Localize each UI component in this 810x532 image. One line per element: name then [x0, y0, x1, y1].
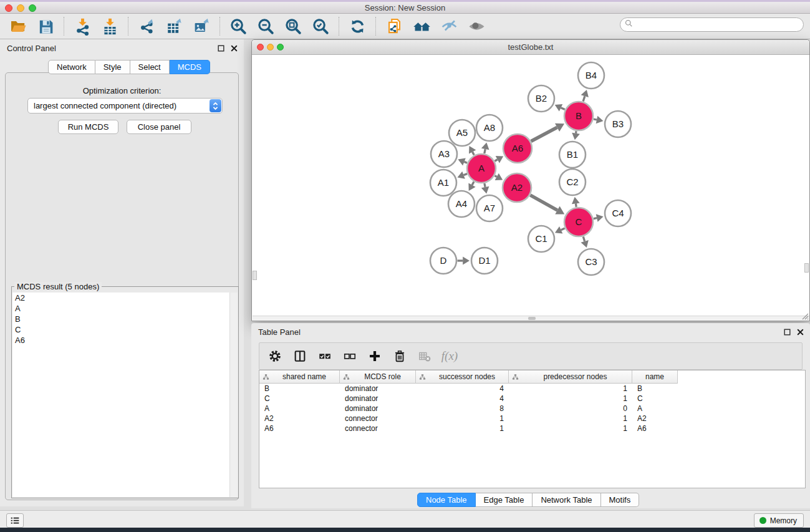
search-field[interactable]	[620, 17, 804, 32]
horizontal-scrollbar[interactable]	[253, 316, 809, 320]
add-column-icon[interactable]	[367, 348, 383, 364]
open-file-icon[interactable]	[7, 16, 29, 36]
graph-edge[interactable]	[583, 96, 585, 101]
export-image-icon[interactable]	[191, 16, 212, 36]
graph-edge[interactable]	[561, 108, 565, 110]
task-history-button[interactable]	[6, 513, 24, 528]
graph-edge[interactable]	[465, 162, 468, 163]
import-table-icon[interactable]	[99, 16, 120, 36]
network-canvas[interactable]: B4B2BB3A8A5A6A3B1AA1C2A2A4A7C4CC1C3DD1	[253, 56, 809, 317]
graph-node[interactable]: D1	[471, 248, 498, 274]
deselect-all-icon[interactable]	[342, 348, 358, 364]
export-network-icon[interactable]	[136, 16, 157, 36]
graph-edge[interactable]	[464, 174, 468, 175]
graph-node[interactable]: C3	[578, 249, 604, 275]
hide-panels-icon[interactable]	[438, 16, 460, 36]
graph-edge[interactable]	[561, 228, 565, 230]
float-panel-icon[interactable]	[217, 44, 225, 52]
mcds-result-item[interactable]: A	[12, 303, 238, 314]
gear-icon[interactable]	[267, 348, 283, 364]
graph-node[interactable]: A1	[430, 170, 456, 196]
graph-edge[interactable]	[473, 152, 475, 155]
left-splitter-handle[interactable]	[253, 271, 257, 280]
tab-edge-table[interactable]: Edge Table	[476, 493, 533, 507]
graph-node[interactable]: A3	[431, 141, 457, 167]
mcds-result-list[interactable]: A2ABCA6	[12, 293, 238, 497]
zoom-in-icon[interactable]	[228, 16, 249, 36]
table-row[interactable]: A2connector11A2	[259, 414, 805, 423]
graph-edge[interactable]	[594, 119, 597, 120]
graph-node[interactable]: A	[467, 154, 496, 183]
graph-node[interactable]: C4	[605, 200, 631, 226]
graph-node[interactable]: B3	[605, 111, 631, 137]
column-header-successor-nodes[interactable]: successor nodes	[416, 370, 509, 384]
close-panel-icon[interactable]	[230, 44, 238, 52]
graph-node[interactable]: C	[564, 208, 593, 236]
close-panel-button[interactable]: Close panel	[127, 120, 191, 134]
close-table-panel-icon[interactable]	[796, 328, 804, 336]
horizontal-scrollbar-thumb[interactable]	[528, 317, 536, 320]
graph-node[interactable]: A8	[476, 115, 503, 141]
table-row[interactable]: Cdominator41C	[259, 394, 805, 404]
network-window-titlebar[interactable]: testGlobe.txt	[252, 40, 809, 55]
tab-network[interactable]: Network	[48, 60, 95, 74]
graph-edge[interactable]	[495, 176, 497, 177]
tab-select[interactable]: Select	[130, 60, 170, 74]
table-row[interactable]: Bdominator41B	[259, 384, 805, 394]
select-all-icon[interactable]	[317, 348, 333, 364]
mcds-result-item[interactable]: B	[12, 314, 238, 324]
mcds-result-item[interactable]: A2	[12, 293, 238, 303]
mcds-result-item[interactable]: C	[12, 324, 238, 335]
graph-edge[interactable]	[531, 127, 557, 141]
tab-mcds[interactable]: MCDS	[170, 60, 210, 74]
network-clipboard-icon[interactable]	[383, 16, 405, 36]
columns-icon[interactable]	[292, 348, 308, 364]
graph-edge[interactable]	[485, 183, 485, 187]
graph-node[interactable]: B4	[578, 62, 604, 89]
graph-edge[interactable]	[530, 195, 557, 210]
column-header-shared-name[interactable]: shared name	[259, 370, 340, 384]
graph-node[interactable]: D	[430, 248, 456, 274]
tab-node-table[interactable]: Node Table	[417, 493, 476, 507]
float-table-panel-icon[interactable]	[783, 328, 791, 336]
column-header-name[interactable]: name	[632, 370, 678, 384]
column-header-predecessor-nodes[interactable]: predecessor nodes	[509, 370, 632, 384]
graph-edge[interactable]	[495, 160, 498, 161]
graph-node[interactable]: A7	[476, 195, 503, 221]
graph-edge[interactable]	[594, 218, 597, 219]
refresh-layout-icon[interactable]	[347, 16, 368, 36]
graph-node[interactable]: A5	[449, 120, 475, 146]
mcds-result-item[interactable]: A6	[12, 335, 238, 346]
result-scrollbar[interactable]	[229, 293, 238, 497]
import-network-icon[interactable]	[72, 16, 93, 36]
criterion-select[interactable]: largest connected component (directed)	[27, 98, 223, 114]
graph-node[interactable]: B1	[559, 142, 586, 168]
table-row[interactable]: Adominator80A	[259, 404, 805, 414]
show-panels-icon[interactable]	[466, 16, 487, 36]
graph-edge[interactable]	[583, 236, 584, 241]
resize-grip-icon[interactable]	[801, 311, 809, 319]
zoom-selected-icon[interactable]	[310, 16, 331, 36]
tab-motifs[interactable]: Motifs	[601, 493, 640, 507]
zoom-out-icon[interactable]	[255, 16, 276, 36]
search-input[interactable]	[634, 18, 803, 31]
export-table-icon[interactable]	[163, 16, 185, 36]
graph-edge[interactable]	[576, 131, 577, 133]
graph-node[interactable]: B	[564, 102, 593, 130]
graph-edge[interactable]	[472, 181, 474, 185]
graph-node[interactable]: C1	[528, 226, 554, 252]
graph-node[interactable]: A6	[503, 134, 532, 163]
delete-icon[interactable]	[392, 348, 408, 364]
tab-style[interactable]: Style	[95, 60, 130, 74]
table-row[interactable]: A6connector11A6	[259, 423, 805, 433]
graph-edge[interactable]	[485, 149, 485, 153]
graph-node[interactable]: C2	[559, 169, 586, 195]
run-mcds-button[interactable]: Run MCDS	[58, 120, 118, 134]
graph-node[interactable]: A2	[503, 173, 531, 202]
memory-button[interactable]: Memory	[754, 513, 804, 528]
tab-network-table[interactable]: Network Table	[533, 493, 600, 507]
graph-edge[interactable]	[576, 203, 576, 207]
home-icon[interactable]	[411, 16, 432, 36]
save-session-icon[interactable]	[35, 16, 56, 36]
right-splitter-handle[interactable]	[804, 263, 809, 273]
